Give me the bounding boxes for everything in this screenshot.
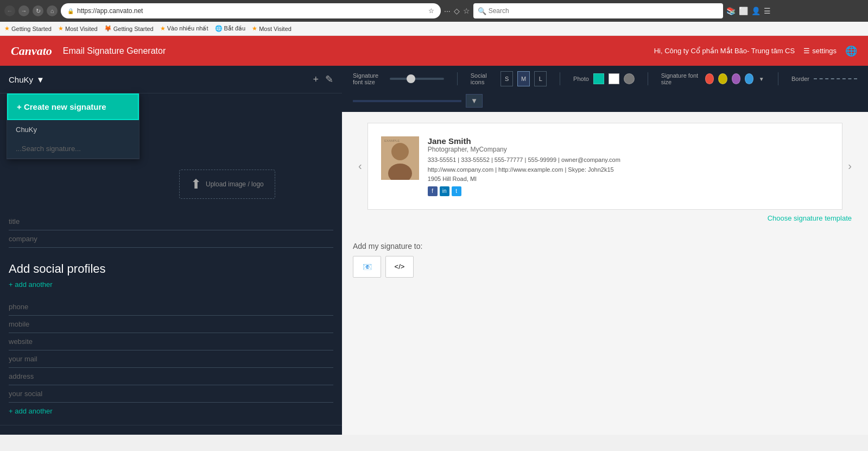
apps-header: Add apps to signature Featured [9,434,333,435]
bookmark-most-visited-2[interactable]: ★ Most Visited [252,25,292,32]
sig-actions: + ✎ [313,73,333,85]
toolbar-sep-2 [560,72,560,85]
bookmark-bat-dau[interactable]: 🌐 Bắt đầu [215,25,246,32]
create-new-signature-button[interactable]: + Create new signature [7,93,139,120]
mobile-input[interactable] [9,316,333,333]
svg-point-1 [391,143,409,160]
app-title: Email Signature Generator [63,46,166,56]
size-small-button[interactable]: S [500,71,513,86]
menu-icon[interactable]: ☰ [764,7,771,15]
add-another-field-button[interactable]: + add another [9,407,333,415]
photo-color-teal[interactable] [593,73,604,84]
more-icon[interactable]: ··· [444,7,451,15]
star-favicon: ★ [4,25,10,32]
outlook-button[interactable]: 📧 [353,256,381,278]
logo-text: Canvato [11,44,52,58]
more-fields-section: + add another [0,293,342,421]
right-panel: Signature font size Social icons S M L P… [342,66,868,435]
color-yellow[interactable] [718,73,727,84]
search-bar[interactable]: 🔍 [473,3,723,18]
left-panel: ChuKy ▼ + ✎ + Create new signature ChuKy… [0,66,342,435]
border-preview [814,78,857,79]
font-size-slider[interactable] [390,78,444,80]
star-favicon2: ★ [58,25,64,32]
next-template-button[interactable]: › [842,154,857,178]
outlook-icon: 📧 [363,262,372,271]
bookmark-most-visited[interactable]: ★ Most Visited [58,25,98,32]
company-field [9,230,333,248]
color-red[interactable] [705,73,714,84]
social-profiles-title: Add social profiles [9,262,333,276]
search-signature-item[interactable]: ...Search signature... [7,139,139,159]
linkedin-social-icon[interactable]: in [440,186,449,196]
language-icon[interactable]: 🌐 [845,45,857,57]
sig-font-size-group: Signature font size ▼ [661,71,765,86]
signature-chuky-item[interactable]: ChuKy [7,120,139,139]
address-input[interactable] [9,368,333,385]
form-section [0,208,342,253]
address-field [9,368,333,385]
html-button[interactable]: </> [385,256,414,278]
color-dropdown-button[interactable]: ▼ [758,71,765,86]
back-button[interactable]: ← [4,5,15,16]
bookmark-star[interactable]: ☆ [428,7,434,15]
sig-details: 333-55551 | 333-55552 | 555-77777 | 555-… [428,155,620,184]
apps-section: Add apps to signature Featured ⚖ <> [0,425,342,435]
star-icon[interactable]: ☆ [463,7,470,15]
sig-name: Jane Smith [428,136,620,146]
search-icon: 🔍 [478,7,486,15]
photo-group: Photo [573,73,635,84]
hamburger-icon: ☰ [803,47,810,55]
size-large-button[interactable]: L [534,71,547,86]
bookmark-vao-nhieu-nhat[interactable]: ★ Vào nhiều nhất [160,25,208,32]
choose-template-link[interactable]: Choose signature template [353,214,857,222]
url-bar: 🔒 https://app.canvato.net ☆ [61,3,441,18]
settings-button[interactable]: ☰ settings [803,47,837,55]
sig-photo: EXAMPLE [381,136,419,180]
photo-color-white[interactable] [609,73,619,84]
add-to-label: Add my signature to: [353,242,857,250]
company-input[interactable] [9,230,333,248]
color-purple[interactable] [732,73,740,84]
bookmark-getting-started-1[interactable]: ★ Getting Started [4,25,52,32]
search-input[interactable] [489,7,719,15]
phone-input[interactable] [9,298,333,316]
edit-signature-button[interactable]: ✎ [325,73,333,85]
social-input[interactable] [9,385,333,403]
signature-dropdown[interactable]: ChuKy ▼ [9,75,45,84]
color-blue[interactable] [745,73,753,84]
photo-color-gray[interactable] [624,73,635,84]
star-favicon4: ★ [252,25,257,32]
email-input[interactable] [9,350,333,368]
prev-template-button[interactable]: ‹ [353,154,368,178]
sig-role: Photographer, MyCompany [428,146,620,153]
lock-icon: 🔒 [67,8,74,14]
upload-icon: ⬆ [191,177,201,192]
pocket-icon[interactable]: ◇ [454,7,460,15]
signature-header: ChuKy ▼ + ✎ [0,66,342,93]
add-social-button[interactable]: + add another [9,280,333,289]
photo-label: Photo [573,76,589,82]
facebook-social-icon[interactable]: f [428,186,438,196]
website-input[interactable] [9,333,333,350]
twitter-social-icon[interactable]: t [452,186,461,196]
html-icon: </> [395,262,405,271]
title-input[interactable] [9,213,333,230]
account-icon[interactable]: 👤 [751,7,761,15]
sig-phones: 333-55551 | 333-55552 | 555-77777 | 555-… [428,156,620,163]
bookmarks-icon[interactable]: 📚 [726,7,736,15]
app-body: ChuKy ▼ + ✎ + Create new signature ChuKy… [0,66,868,435]
tabs-icon[interactable]: ⬜ [739,7,748,15]
title-field [9,213,333,230]
add-signature-button[interactable]: + [313,73,319,85]
chevron-expand-button[interactable]: ▼ [466,94,483,108]
upload-area[interactable]: ⬆ Upload image / logo [179,170,275,199]
reload-button[interactable]: ↻ [33,5,43,16]
forward-button[interactable]: → [18,5,29,16]
bookmark-getting-started-2[interactable]: 🦊 Getting Started [104,25,154,32]
size-medium-button[interactable]: M [517,71,530,86]
home-button[interactable]: ⌂ [47,5,58,16]
website-field [9,333,333,350]
signature-preview-row: ‹ EXAMPLE Jane Smith [353,123,857,210]
svg-text:EXAMPLE: EXAMPLE [384,139,400,142]
